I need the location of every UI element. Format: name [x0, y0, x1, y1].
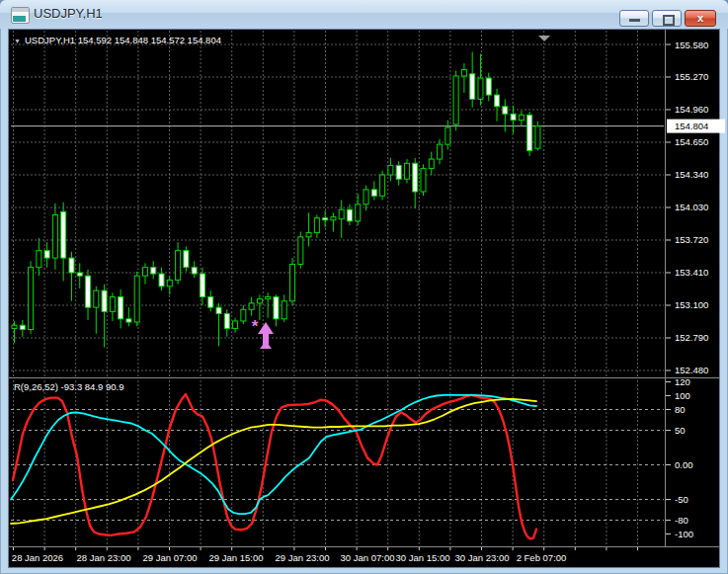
terminal-window: USDJPY,H1 x *155.580155.270154.960154.65… — [0, 0, 728, 574]
titlebar[interactable]: USDJPY,H1 x — [0, 0, 728, 29]
close-icon: x — [686, 12, 715, 24]
minimize-button[interactable] — [619, 10, 649, 27]
icon-window-head — [12, 8, 29, 12]
icon-chart-area — [13, 16, 26, 22]
main-chart-pane[interactable] — [20, 60, 674, 406]
chart-client-area — [8, 29, 720, 568]
price-axis[interactable] — [675, 60, 728, 574]
close-button[interactable]: x — [685, 10, 716, 27]
restore-button[interactable] — [652, 10, 682, 27]
minimize-icon — [629, 19, 640, 22]
chart-window-icon[interactable] — [11, 7, 30, 24]
oscillator-pane[interactable] — [20, 409, 674, 574]
window-title: USDJPY,H1 — [34, 6, 103, 21]
restore-icon — [663, 15, 675, 26]
